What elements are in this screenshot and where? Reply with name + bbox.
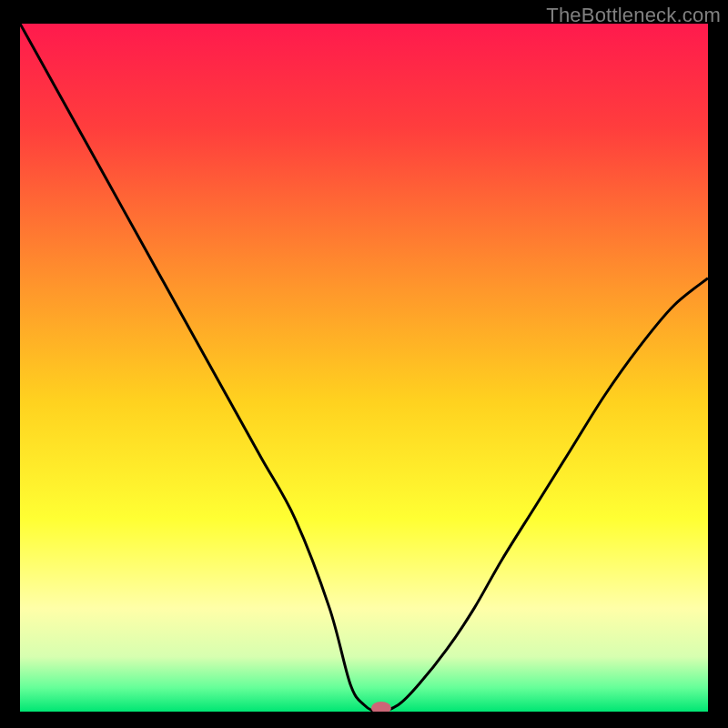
watermark-text: TheBottleneck.com — [546, 4, 721, 27]
gradient-background — [20, 24, 708, 712]
bottleneck-chart — [20, 24, 708, 712]
chart-frame — [20, 24, 708, 712]
